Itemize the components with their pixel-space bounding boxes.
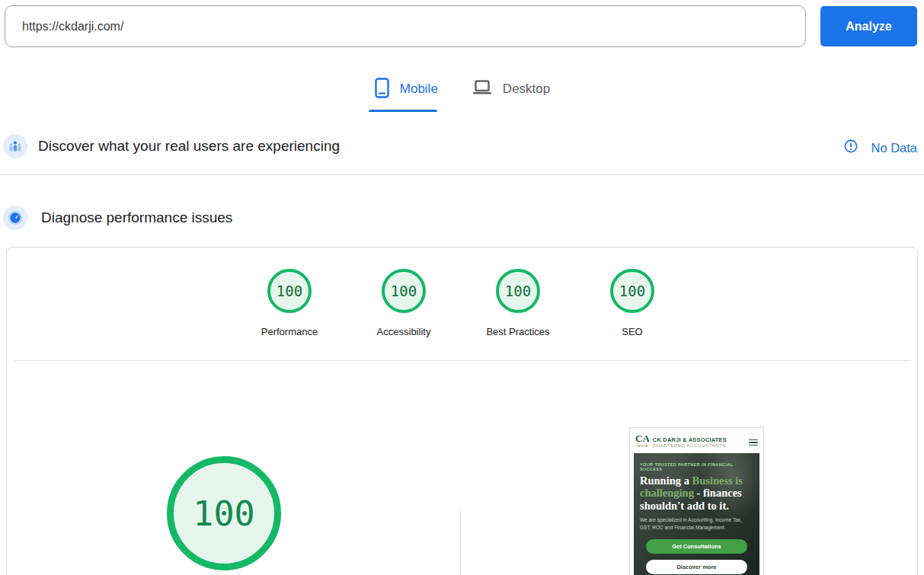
laptop-icon xyxy=(472,78,493,100)
performance-main-gauge[interactable]: 100 xyxy=(167,456,281,570)
gauge-icon xyxy=(3,206,27,230)
tab-desktop-label: Desktop xyxy=(503,81,550,97)
section-divider xyxy=(0,174,924,175)
hero-cta-primary: Get Consultations xyxy=(646,539,747,554)
accessibility-score-label: Accessibility xyxy=(358,326,449,337)
url-input[interactable] xyxy=(5,5,806,47)
tab-desktop[interactable]: Desktop xyxy=(472,73,550,105)
site-logo-sub: INDIA xyxy=(635,442,650,450)
active-tab-indicator xyxy=(369,110,437,112)
summary-divider xyxy=(14,360,911,361)
hamburger-menu-icon xyxy=(749,438,758,448)
metrics-vertical-divider xyxy=(460,511,461,575)
site-brand: CK DARJI & ASSOCIATES CHARTERED ACCOUNTA… xyxy=(653,436,746,449)
device-tabs: Mobile Desktop xyxy=(0,73,924,105)
tab-mobile-label: Mobile xyxy=(400,81,438,97)
preview-hero: YOUR TRUSTED PARTNER IN FINANCIAL SUCCES… xyxy=(634,453,759,575)
performance-score-gauge: 100 xyxy=(267,269,312,313)
real-users-icon xyxy=(3,134,27,158)
performance-main-score: 100 xyxy=(193,494,254,534)
pagespeed-insights-page: Analyze Mobile Desktop xyxy=(0,0,924,575)
tab-mobile[interactable]: Mobile xyxy=(374,73,438,105)
score-item-seo[interactable]: 100 SEO xyxy=(587,269,678,337)
score-item-performance[interactable]: 100 Performance xyxy=(244,269,335,337)
site-logo: CA INDIA xyxy=(635,435,650,450)
hero-text: We are specialized in Accounting, Income… xyxy=(640,516,748,531)
no-data-label[interactable]: No Data xyxy=(871,141,917,155)
report-card: 100 Performance 100 Accessibility 100 Be… xyxy=(6,247,918,575)
no-data-status[interactable]: No Data xyxy=(844,139,917,156)
crux-section-header: Discover what your real users are experi… xyxy=(3,134,340,158)
hero-cta-secondary: Discover more xyxy=(646,560,747,574)
accessibility-score-gauge: 100 xyxy=(382,269,426,313)
seo-score-gauge: 100 xyxy=(610,269,654,313)
preview-site-header: CA INDIA CK DARJI & ASSOCIATES CHARTERED… xyxy=(634,432,759,453)
best-practices-score-label: Best Practices xyxy=(472,326,564,337)
phone-icon xyxy=(374,78,390,101)
score-item-accessibility[interactable]: 100 Accessibility xyxy=(358,269,449,337)
site-brand-name: CK DARJI & ASSOCIATES xyxy=(653,436,746,443)
diagnose-section-header: Diagnose performance issues xyxy=(3,206,232,230)
analyze-button[interactable]: Analyze xyxy=(820,6,917,46)
hero-heading: Running a Business is challenging - fina… xyxy=(640,474,753,512)
hero-eyebrow: YOUR TRUSTED PARTNER IN FINANCIAL SUCCES… xyxy=(640,462,753,471)
best-practices-score-gauge: 100 xyxy=(496,269,540,313)
seo-score-label: SEO xyxy=(587,326,678,337)
crux-title: Discover what your real users are experi… xyxy=(38,138,340,155)
performance-score-label: Performance xyxy=(244,326,335,337)
info-icon[interactable] xyxy=(844,139,858,156)
diagnose-title: Diagnose performance issues xyxy=(41,209,232,226)
score-item-best-practices[interactable]: 100 Best Practices xyxy=(472,269,564,337)
site-preview-thumbnail[interactable]: CA INDIA CK DARJI & ASSOCIATES CHARTERED… xyxy=(629,427,764,575)
site-brand-tagline: CHARTERED ACCOUNTANTS xyxy=(653,443,746,449)
